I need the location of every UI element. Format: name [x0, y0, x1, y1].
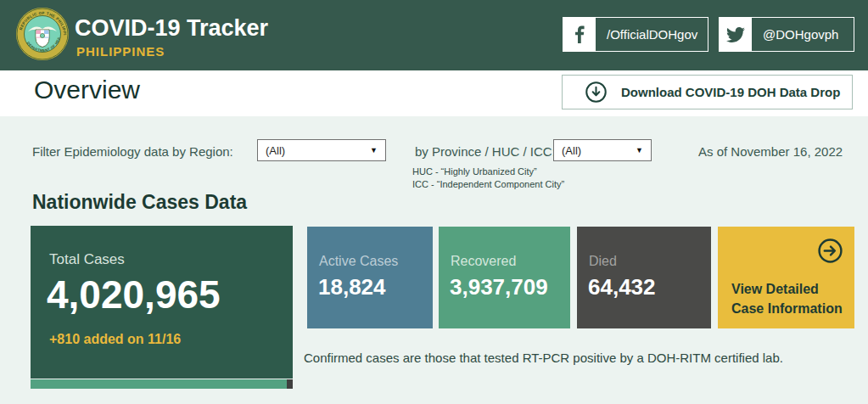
twitter-icon	[720, 18, 752, 51]
facebook-link-button[interactable]: /OfficialDOHgov	[563, 17, 708, 52]
total-cases-card: Total Cases 4,020,965 +810 added on 11/1…	[31, 226, 293, 379]
recovered-card: Recovered 3,937,709	[439, 227, 570, 328]
province-filter-label: by Province / HUC / ICC:	[415, 144, 556, 159]
died-card: Died 64,432	[577, 227, 711, 328]
view-detailed-label: View Detailed Case Information	[731, 279, 843, 318]
view-detailed-case-info-button[interactable]: View Detailed Case Information	[718, 227, 854, 328]
arrow-right-circle-icon	[817, 238, 843, 264]
download-data-drop-button[interactable]: Download COVID-19 DOH Data Drop	[562, 75, 853, 109]
download-button-label: Download COVID-19 DOH Data Drop	[621, 85, 840, 99]
app-header: REPUBLIC OF THE PHILIPPINES DEPARTMENT O…	[0, 0, 868, 70]
view-detailed-line1: View Detailed	[731, 279, 843, 299]
recovered-value: 3,937,709	[450, 274, 548, 300]
active-cases-value: 18,824	[318, 274, 386, 300]
facebook-handle: /OfficialDOHgov	[596, 18, 697, 51]
chevron-down-icon: ▼	[636, 146, 643, 154]
huc-definition-note: HUC - “Highly Urbanized City”	[412, 166, 537, 177]
region-filter-value: (All)	[266, 144, 285, 157]
twitter-link-button[interactable]: @DOHgovph	[719, 17, 854, 52]
twitter-handle: @DOHgovph	[752, 18, 838, 51]
died-label: Died	[589, 254, 617, 269]
chevron-down-icon: ▼	[370, 146, 378, 154]
view-detailed-line2: Case Information	[731, 299, 843, 318]
active-cases-card: Active Cases 18,824	[307, 227, 433, 328]
as-of-date: As of November 16, 2022	[698, 144, 843, 159]
total-cases-delta: +810 added on 11/16	[49, 332, 181, 347]
app-title: COVID-19 Tracker	[75, 15, 268, 42]
section-title: Nationwide Cases Data	[32, 191, 247, 214]
facebook-icon	[563, 18, 596, 51]
icc-definition-note: ICC - “Independent Component City”	[412, 179, 564, 189]
covid-tracker-dashboard: REPUBLIC OF THE PHILIPPINES DEPARTMENT O…	[0, 0, 868, 404]
region-filter-label: Filter Epidemiology data by Region:	[32, 144, 233, 159]
recovered-label: Recovered	[451, 254, 516, 269]
doh-seal-logo: REPUBLIC OF THE PHILIPPINES DEPARTMENT O…	[15, 7, 70, 61]
confirmed-cases-footnote: Confirmed cases are those that tested RT…	[304, 351, 783, 365]
province-filter-value: (All)	[562, 144, 581, 157]
active-cases-label: Active Cases	[319, 254, 398, 269]
page-title: Overview	[34, 76, 140, 104]
total-cases-value: 4,020,965	[47, 272, 221, 317]
scrollbar-end-handle[interactable]	[287, 379, 293, 389]
region-filter-dropdown[interactable]: (All) ▼	[257, 139, 386, 161]
province-filter-dropdown[interactable]: (All) ▼	[553, 139, 652, 161]
app-subtitle: PHILIPPINES	[76, 44, 165, 59]
horizontal-scrollbar[interactable]	[31, 379, 293, 389]
died-value: 64,432	[588, 274, 656, 300]
total-cases-label: Total Cases	[49, 251, 125, 268]
overview-band: Overview Download COVID-19 DOH Data Drop	[0, 70, 868, 116]
download-circle-icon	[585, 81, 608, 104]
dashboard-content: Filter Epidemiology data by Region: (All…	[0, 116, 868, 404]
